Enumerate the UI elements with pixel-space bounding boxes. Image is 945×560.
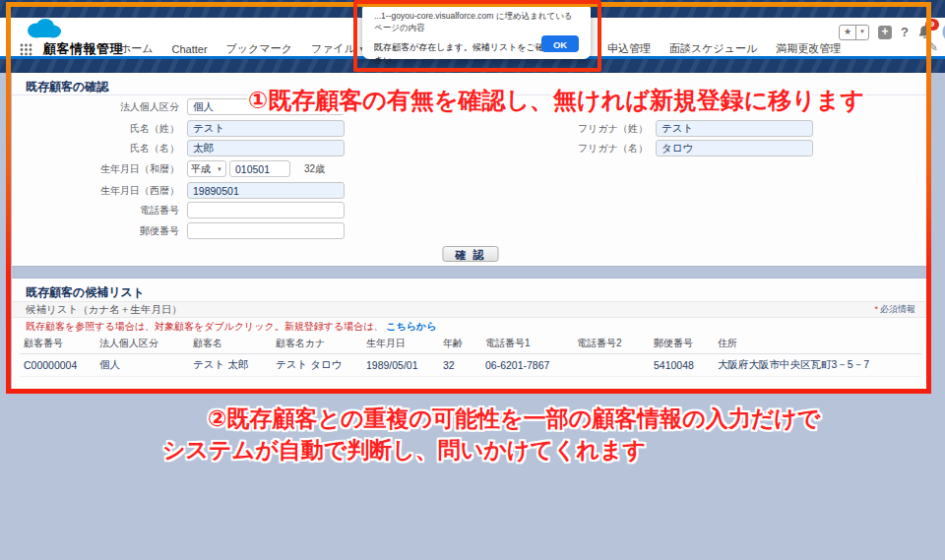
table-row[interactable]: C00000004 個人 テスト 太郎 テスト タロウ 1989/05/01 3… <box>20 354 921 377</box>
field-label: フリガナ（名） <box>577 142 656 156</box>
field-label: 郵便番号 <box>12 224 187 238</box>
postal-input[interactable] <box>187 222 345 239</box>
kana-last-input[interactable] <box>656 120 813 137</box>
last-name-input[interactable] <box>187 120 345 137</box>
tab-files[interactable]: ファイル▼ <box>311 41 365 56</box>
app-launcher-icon[interactable] <box>20 42 32 55</box>
col-header: 生年月日 <box>362 334 439 354</box>
field-label: 生年月日（和暦） <box>12 162 187 176</box>
global-add-icon[interactable]: + <box>878 26 892 39</box>
cell: 個人 <box>95 354 189 377</box>
col-header: 顧客名カナ <box>272 334 362 354</box>
col-header: 住所 <box>714 334 921 354</box>
cell: 5410048 <box>650 354 714 377</box>
tab-chatter[interactable]: Chatter <box>172 41 208 56</box>
field-label: 生年月日（西暦） <box>12 184 187 198</box>
confirm-panel-title: 既存顧客の確認 <box>26 79 108 95</box>
divider <box>12 94 929 95</box>
first-name-input[interactable] <box>187 140 345 156</box>
field-label: 氏名（名） <box>12 142 187 156</box>
kana-first-input[interactable] <box>656 140 813 156</box>
annotation-note-2-line1: ②既存顧客との重複の可能性を一部の顧客情報の入力だけで <box>208 404 820 434</box>
cell: 06-6201-7867 <box>481 354 573 377</box>
cell <box>573 354 650 377</box>
age-label: 32歳 <box>304 162 325 176</box>
field-label: 氏名（姓） <box>12 122 187 136</box>
tab-bookmarks[interactable]: ブックマーク <box>226 41 292 56</box>
col-header: 顧客名 <box>189 334 272 354</box>
tab-home[interactable]: ホーム <box>120 41 154 56</box>
header-icons: ★ ▼ + ? 9 <box>839 21 945 43</box>
candidates-panel-title: 既存顧客の候補リスト <box>26 284 145 301</box>
field-label: 電話番号 <box>12 204 187 218</box>
cell: テスト 太郎 <box>189 354 272 377</box>
tab-renewal-mgmt[interactable]: 満期更改管理 <box>776 41 841 56</box>
phone-input[interactable] <box>187 202 345 218</box>
tab-interview-schedule[interactable]: 面談スケジュール <box>669 41 757 56</box>
candidate-list-subheader: 候補リスト（カナ名＋生年月日） *必須情報 <box>12 301 929 318</box>
field-label: フリガナ（姓） <box>577 122 656 136</box>
candidate-table: 顧客番号 法人個人区分 顧客名 顧客名カナ 生年月日 年齢 電話番号1 電話番号… <box>20 334 921 377</box>
col-header: 郵便番号 <box>650 334 714 354</box>
candidate-instruction: 既存顧客を参照する場合は、対象顧客をダブルクリック。新規登録する場合は、 こちら… <box>26 320 436 334</box>
cell: 大阪府大阪市中央区瓦町3－5－7 <box>714 354 921 377</box>
col-header: 顧客番号 <box>20 334 95 354</box>
favorites-widget[interactable]: ★ ▼ <box>839 25 869 40</box>
birthdate-seireki-input[interactable] <box>187 182 345 199</box>
app-name: 顧客情報管理 <box>43 40 123 58</box>
dialog-ok-button[interactable]: OK <box>541 35 579 52</box>
col-header: 電話番号1 <box>481 334 573 354</box>
annotation-note-2-line2: システムが自動で判断し、問いかけてくれます <box>162 435 646 466</box>
col-header: 電話番号2 <box>573 334 650 354</box>
favorites-dropdown-icon[interactable]: ▼ <box>855 26 868 39</box>
help-icon[interactable]: ? <box>901 25 909 39</box>
cell: 1989/05/01 <box>362 354 439 377</box>
cell: テスト タロウ <box>272 354 362 377</box>
field-label: 法人個人区分 <box>12 100 187 114</box>
register-new-link[interactable]: こちらから <box>386 321 436 332</box>
existing-customer-confirm-panel: 既存顧客の確認 法人個人区分 氏名（姓） 氏名（名） 生年月日（和暦） 平成 ▼… <box>12 73 929 266</box>
required-asterisk: * <box>874 304 878 314</box>
col-header: 年齢 <box>439 334 481 354</box>
corporate-individual-input[interactable] <box>187 98 345 115</box>
col-header: 法人個人区分 <box>95 334 189 354</box>
candidate-list-panel: 既存顧客の候補リスト 候補リスト（カナ名＋生年月日） *必須情報 既存顧客を参照… <box>12 279 929 390</box>
favorites-star-icon[interactable]: ★ <box>840 26 855 39</box>
browser-dialog: ...1--goyou-core.visualforce.com に埋め込まれて… <box>362 2 591 59</box>
era-select[interactable]: 平成 ▼ <box>187 160 226 177</box>
candidate-list-subtitle: 候補リスト（カナ名＋生年月日） <box>26 303 182 317</box>
confirm-button[interactable]: 確 認 <box>442 246 498 262</box>
tab-application-mgmt[interactable]: 申込管理 <box>607 41 651 56</box>
table-header-row: 顧客番号 法人個人区分 顧客名 顧客名カナ 生年月日 年齢 電話番号1 電話番号… <box>20 334 921 354</box>
required-note: *必須情報 <box>874 303 915 316</box>
notification-count-badge: 9 <box>925 19 939 31</box>
cell: 32 <box>439 354 481 377</box>
chevron-down-icon: ▼ <box>217 166 222 172</box>
notifications-bell[interactable]: 9 <box>917 25 933 40</box>
dialog-source-text: ...1--goyou-core.visualforce.com に埋め込まれて… <box>374 11 579 34</box>
birthdate-wareki-input[interactable] <box>229 160 290 177</box>
customer-number-link[interactable]: C00000004 <box>20 354 95 377</box>
nav-tabs-right: 申込管理 面談スケジュール 満期更改管理 <box>607 41 841 56</box>
